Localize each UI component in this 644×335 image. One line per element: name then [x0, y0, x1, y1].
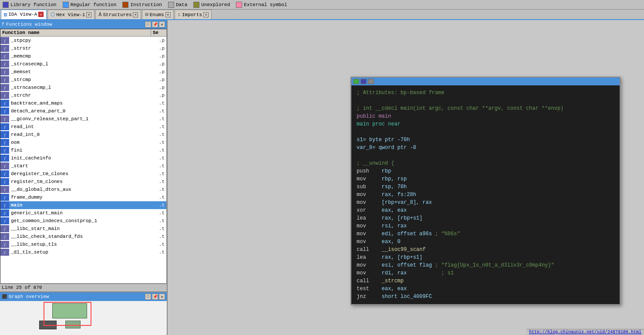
functions-header: Function name Se [0, 29, 166, 37]
tab-ida-view-a[interactable]: ▤ IDA View-A ✕ [1, 10, 47, 19]
legend-label-data: Data [176, 2, 187, 7]
code-line: var_8= qword ptr -8 [357, 144, 614, 152]
function-row[interactable]: f_memset.p [0, 68, 166, 76]
function-seg: .t [151, 250, 166, 255]
header-function-name: Function name [0, 29, 151, 36]
function-name: register_tm_clones [10, 179, 151, 184]
tab-enums[interactable]: ⊟ Enums ✕ [142, 10, 173, 19]
function-row[interactable]: fget_common_indeces_constprop_1.t [0, 217, 166, 225]
function-row[interactable]: f_memcmp.p [0, 52, 166, 60]
function-row[interactable]: fread_int.t [0, 123, 166, 131]
function-row[interactable]: f__libc_setup_tls.t [0, 240, 166, 248]
function-row[interactable]: f_strcasecmp_l.p [0, 60, 166, 68]
legend-color-data [168, 2, 174, 8]
function-icon: f [0, 155, 9, 162]
function-row[interactable]: f_strncasecmp_l.p [0, 84, 166, 91]
function-icon: f [0, 241, 9, 248]
legend-label-instruction: Instruction [130, 2, 162, 7]
function-row[interactable]: f_strchr.p [0, 91, 166, 99]
function-seg: .p [151, 38, 166, 43]
graph-close-button[interactable]: ✕ [159, 294, 165, 300]
tab-label-enum: Enums [150, 12, 164, 17]
function-row[interactable]: f_dl_tls_setup.t [0, 248, 166, 256]
tab-structures[interactable]: A Structures ✕ [95, 10, 141, 19]
sub-win-btn-gray[interactable] [368, 79, 374, 84]
function-row[interactable]: f_strcmp.p [0, 76, 166, 84]
function-row[interactable]: f__do_global_dtors_aux.t [0, 186, 166, 193]
function-seg: .p [151, 77, 166, 82]
close-button[interactable]: ✕ [159, 21, 165, 27]
function-row[interactable]: fframe_dummy.t [0, 193, 166, 201]
tab-close-enum[interactable]: ✕ [165, 12, 171, 17]
legend-data: Data [168, 2, 187, 8]
legend-color-external [236, 2, 242, 8]
function-icon: f [0, 186, 9, 193]
titlebar-left: f Functions window [2, 22, 52, 27]
code-line: mov rax, fs:28h [357, 191, 614, 199]
sub-win-btn-blue[interactable] [361, 79, 367, 84]
code-line: s1= byte ptr -70h [357, 136, 614, 144]
bottom-status-link[interactable]: http://blog.chinaunix.net/uid/24879106.h… [526, 329, 644, 335]
code-view[interactable]: ; Attributes: bp-based frame ; int __cde… [351, 85, 620, 304]
function-name: _memset [10, 69, 151, 74]
function-row[interactable]: fmain.t [0, 201, 166, 209]
legend-label-unexplored: Unexplored [201, 2, 230, 7]
function-name: __libc_check_standard_fds [10, 234, 151, 239]
function-name: _strcmp [10, 77, 151, 82]
code-line: mov edi, offset a96s ; "%96s" [357, 230, 614, 238]
restore-button[interactable]: □ [145, 21, 151, 27]
graph-pin-button[interactable]: 📌 [152, 294, 158, 300]
function-icon: f [0, 45, 9, 52]
graph-overview-title: Graph overview [9, 294, 49, 299]
function-row[interactable]: f_strstr.p [0, 44, 166, 52]
function-name: _stpcpy [10, 38, 151, 43]
function-row[interactable]: fdetach_arena_part_0.t [0, 107, 166, 115]
function-row[interactable]: f_start.t [0, 162, 166, 170]
function-icon: f [0, 131, 9, 138]
function-row[interactable]: f__gconv_release_step_part_1.t [0, 115, 166, 123]
function-icon: f [0, 76, 9, 83]
function-seg: .p [151, 69, 166, 74]
function-seg: .t [151, 203, 166, 208]
code-line: test eax, eax [357, 285, 614, 293]
functions-window-title: Functions window [6, 22, 52, 27]
function-name: _strncasecmp_l [10, 85, 151, 90]
pin-button[interactable]: 📌 [152, 21, 158, 27]
legend-label-regular: Regular function [71, 2, 117, 7]
function-seg: .t [151, 140, 166, 145]
function-row[interactable]: finit_cacheinfo.t [0, 154, 166, 162]
tab-close-ida[interactable]: ✕ [38, 12, 44, 17]
function-row[interactable]: fregister_tm_clones.t [0, 178, 166, 186]
function-row[interactable]: f__libc_check_standard_fds.t [0, 233, 166, 240]
function-icon: f [0, 202, 9, 209]
function-icon: f [0, 147, 9, 154]
function-name: __do_global_dtors_aux [10, 187, 151, 192]
code-line: ; int __cdecl main(int argc, const char … [357, 105, 614, 112]
tab-label-ida: IDA View-A [8, 12, 37, 17]
function-row[interactable]: f__libc_start_main.t [0, 225, 166, 233]
function-list[interactable]: f_stpcpy.pf_strstr.pf_memcmp.pf_strcasec… [0, 37, 166, 282]
function-seg: .t [151, 179, 166, 184]
function-row[interactable]: ffini.t [0, 146, 166, 154]
function-row[interactable]: fread_int_0.t [0, 131, 166, 139]
tab-imports[interactable]: ⇩ Imports ✕ [175, 10, 212, 19]
sub-win-btn-green[interactable] [353, 79, 359, 84]
tab-close-import[interactable]: ✕ [203, 12, 209, 17]
function-row[interactable]: fbacktrace_and_maps.t [0, 99, 166, 107]
graph-restore-button[interactable]: □ [145, 294, 151, 300]
function-row[interactable]: fderegister_tm_clones.t [0, 170, 166, 178]
tab-icon-ida: ▤ [4, 11, 7, 18]
graph-viewport[interactable] [44, 302, 91, 326]
function-row[interactable]: f_stpcpy.p [0, 37, 166, 44]
tab-close-hex[interactable]: ✕ [86, 12, 91, 17]
tab-hex-view-1[interactable]: ⬡ Hex View-1 ✕ [47, 10, 94, 19]
tab-icon-struct: A [98, 12, 101, 18]
right-panel: ; Attributes: bp-based frame ; int __cde… [168, 20, 644, 335]
bottom-link-text: http://blog.chinaunix.net/uid/24879106.h… [529, 330, 641, 335]
function-row[interactable]: fgeneric_start_main.t [0, 209, 166, 217]
code-line: mov eax, 0 [357, 238, 614, 246]
function-row[interactable]: foom.t [0, 139, 166, 146]
legend-color-regular [63, 2, 69, 8]
tab-close-struct[interactable]: ✕ [133, 12, 138, 17]
tab-icon-enum: ⊟ [145, 11, 148, 18]
